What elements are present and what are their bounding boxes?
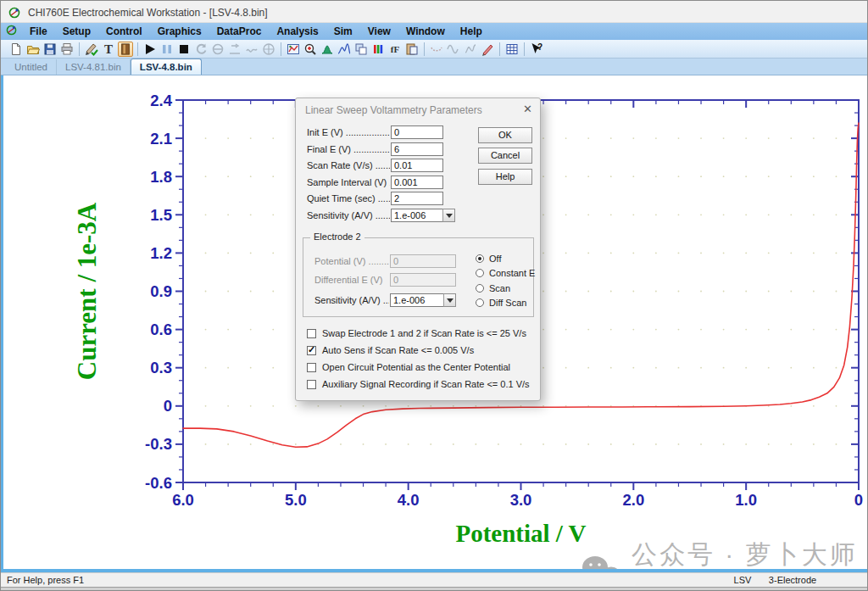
status-bar: For Help, press F1 LSV 3-Electrode xyxy=(1,572,868,587)
radio-constant-e[interactable] xyxy=(476,269,484,277)
init-e-label: Init E (V) .............................… xyxy=(307,127,390,139)
svg-text:1.8: 1.8 xyxy=(150,168,172,186)
svg-text:0: 0 xyxy=(164,397,172,415)
svg-text:1.0: 1.0 xyxy=(735,491,757,509)
menu-sim[interactable]: Sim xyxy=(326,24,360,39)
svg-text:-0.6: -0.6 xyxy=(145,474,172,492)
sample-interval-field[interactable] xyxy=(391,176,443,189)
peak-definition-icon[interactable] xyxy=(337,42,352,57)
overlay-plots-icon[interactable] xyxy=(353,42,369,57)
tab-untitled[interactable]: Untitled xyxy=(6,59,57,75)
electrode2-legend: Electrode 2 xyxy=(310,231,364,242)
svg-text:Current / 1e-3A: Current / 1e-3A xyxy=(72,202,102,380)
svg-text:-0.3: -0.3 xyxy=(145,435,172,453)
sine-wave-icon[interactable] xyxy=(446,42,461,57)
cell-switch-icon[interactable] xyxy=(261,42,276,57)
help-button[interactable]: Help xyxy=(478,169,532,185)
pause-icon[interactable] xyxy=(159,42,175,57)
svg-text:fF: fF xyxy=(391,44,400,54)
radio-off[interactable] xyxy=(476,254,484,263)
pre-conditioning-icon[interactable] xyxy=(227,42,242,57)
filtering-icon[interactable] xyxy=(244,42,259,57)
context-help-icon[interactable]: ? xyxy=(529,42,544,57)
menu-bar: File Setup Control Graphics DataProc Ana… xyxy=(1,23,868,40)
app-window: CHI760E Electrochemical Workstation - [L… xyxy=(0,0,868,591)
checkbox-ocp-center-label: Open Circuit Potential as the Center Pot… xyxy=(322,362,510,372)
run-icon[interactable] xyxy=(142,42,158,57)
checkbox-ocp-center[interactable] xyxy=(307,363,316,372)
final-e-field[interactable] xyxy=(391,142,443,156)
status-electrode-config: 3-Electrode xyxy=(762,575,823,585)
app-logo-icon xyxy=(8,7,20,22)
radio-off-label: Off xyxy=(489,254,501,264)
save-icon[interactable] xyxy=(42,42,58,57)
mdi-frame-left xyxy=(1,75,3,572)
zero-current-icon[interactable] xyxy=(210,42,225,57)
font-size-icon[interactable]: fF xyxy=(387,42,403,57)
text-annotation-icon[interactable]: T xyxy=(101,42,116,57)
dialog-linear-sweep-parameters: Linear Sweep Voltammetry Parameters ✕ In… xyxy=(295,98,541,401)
svg-text:6.0: 6.0 xyxy=(172,491,194,509)
peak-marker-icon[interactable] xyxy=(463,42,478,57)
menu-help[interactable]: Help xyxy=(453,24,490,39)
svg-text:Potential / V: Potential / V xyxy=(455,520,586,547)
toolbar: T fF ? xyxy=(1,40,868,59)
cancel-button[interactable]: Cancel xyxy=(478,148,532,164)
menu-view[interactable]: View xyxy=(360,24,398,39)
sensitivity-dropdown-icon[interactable] xyxy=(442,209,455,222)
close-icon[interactable]: ✕ xyxy=(523,103,532,115)
svg-text:1.2: 1.2 xyxy=(150,244,172,262)
checkbox-swap-electrodes[interactable] xyxy=(307,329,316,338)
baseline-fit-icon[interactable] xyxy=(429,42,444,57)
svg-text:3.0: 3.0 xyxy=(510,491,532,509)
quiet-time-field[interactable] xyxy=(391,192,443,205)
status-technique: LSV xyxy=(726,575,760,585)
color-legend-icon[interactable] xyxy=(370,42,386,57)
menu-graphics[interactable]: Graphics xyxy=(150,24,209,39)
present-data-plot-icon[interactable] xyxy=(286,42,301,57)
e2-differential-field xyxy=(390,273,456,287)
data-listing-icon[interactable] xyxy=(504,42,520,57)
menu-window[interactable]: Window xyxy=(398,24,453,39)
toolbar-separator xyxy=(499,42,500,56)
svg-text:0: 0 xyxy=(854,491,863,509)
chi-document-icon[interactable] xyxy=(6,24,17,39)
checkbox-swap-electrodes-label: Swap Electrode 1 and 2 if Scan Rate is <… xyxy=(322,328,526,338)
svg-text:2.4: 2.4 xyxy=(150,92,172,109)
copy-data-icon[interactable] xyxy=(404,42,420,57)
toolbar-separator xyxy=(524,42,525,56)
tab-lsv-481[interactable]: LSV-4.81.bin xyxy=(57,59,131,75)
sensitivity-label: Sensitivity (A/V) ................... xyxy=(307,210,390,222)
menu-dataproc[interactable]: DataProc xyxy=(209,24,270,39)
tab-lsv-48[interactable]: LSV-4.8.bin xyxy=(131,59,202,75)
zoom-in-icon[interactable] xyxy=(303,42,318,57)
svg-text:4.0: 4.0 xyxy=(398,491,420,509)
annotation-pen-icon[interactable] xyxy=(480,42,495,57)
radio-scan[interactable] xyxy=(476,284,484,293)
ok-button[interactable]: OK xyxy=(478,127,532,143)
new-file-icon[interactable] xyxy=(8,42,24,57)
init-e-field[interactable] xyxy=(391,125,443,139)
e2-sensitivity-select[interactable] xyxy=(390,293,444,307)
checkbox-aux-signal[interactable] xyxy=(307,380,316,389)
svg-text:1.5: 1.5 xyxy=(150,206,172,224)
scan-rate-field[interactable] xyxy=(391,159,443,172)
menu-analysis[interactable]: Analysis xyxy=(269,24,326,39)
e2-sensitivity-dropdown-icon[interactable] xyxy=(443,293,456,307)
menu-control[interactable]: Control xyxy=(98,24,150,39)
menu-file[interactable]: File xyxy=(22,24,55,39)
window-title: CHI760E Electrochemical Workstation - [L… xyxy=(28,7,268,19)
checkbox-auto-sens[interactable] xyxy=(307,346,316,355)
open-file-icon[interactable] xyxy=(25,42,41,57)
sensitivity-select[interactable] xyxy=(391,209,443,222)
print-icon[interactable] xyxy=(59,42,75,57)
radio-diff-scan[interactable] xyxy=(476,298,484,307)
reverse-scan-icon[interactable] xyxy=(193,42,209,57)
peak-analysis-icon[interactable] xyxy=(320,42,335,57)
technique-icon[interactable] xyxy=(84,42,99,57)
sample-interval-label: Sample Interval (V) .............. xyxy=(307,177,390,189)
stop-icon[interactable] xyxy=(176,42,192,57)
menu-setup[interactable]: Setup xyxy=(55,24,98,39)
cell-control-icon[interactable] xyxy=(118,42,133,57)
toolbar-separator xyxy=(137,42,138,56)
